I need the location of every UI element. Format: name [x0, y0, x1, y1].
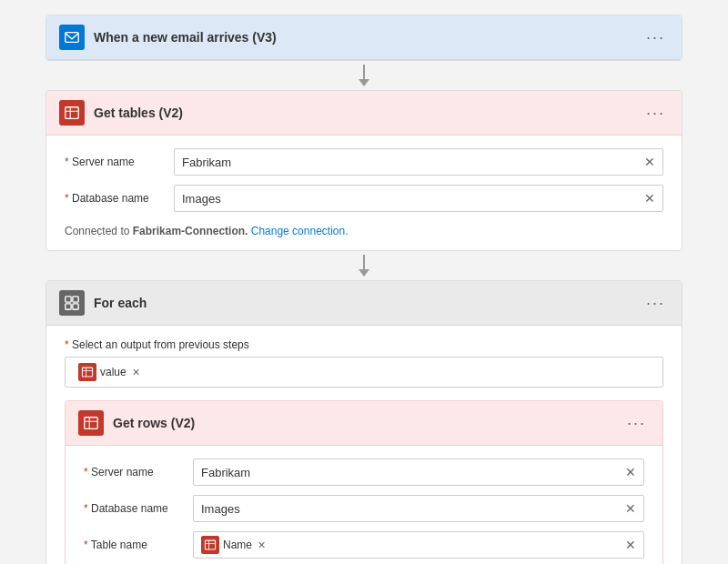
- get-rows-body: Server name Fabrikam ✕ Database name Ima…: [66, 446, 662, 564]
- database-name-label-1: Database name: [65, 192, 165, 205]
- select-output-label: Select an output from previous steps: [65, 338, 663, 351]
- svg-rect-1: [66, 107, 78, 119]
- arrow-1: [359, 61, 369, 90]
- table-token-text: Name: [223, 539, 252, 551]
- arrow-line-1: [363, 65, 365, 79]
- svg-rect-11: [85, 418, 97, 429]
- database-name-label-2: Database name: [84, 502, 184, 515]
- foreach-loop-icon: [64, 295, 80, 311]
- foreach-title: For each: [94, 296, 633, 310]
- server-name-input-1[interactable]: Fabrikam ✕: [174, 148, 663, 176]
- database-name-clear-2[interactable]: ✕: [625, 501, 636, 516]
- database-name-input-2[interactable]: Images ✕: [193, 495, 644, 522]
- foreach-card: For each ··· Select an output from previ…: [46, 280, 682, 564]
- server-name-row-1: Server name Fabrikam ✕: [65, 148, 663, 176]
- email-icon: [64, 29, 80, 45]
- trigger-card: When a new email arrives (V3) ···: [46, 15, 682, 61]
- table-name-clear[interactable]: ✕: [625, 538, 636, 552]
- database-name-row-1: Database name Images ✕: [65, 185, 663, 212]
- svg-rect-8: [82, 368, 92, 377]
- server-name-value-2: Fabrikam: [201, 466, 622, 479]
- flow-container: When a new email arrives (V3) ··· Get ta…: [46, 15, 682, 564]
- connection-bold-1: Fabrikam-Connection.: [133, 225, 248, 237]
- connection-info-1: Connected to Fabrikam-Connection. Change…: [65, 221, 663, 237]
- get-rows-header: Get rows (V2) ···: [66, 401, 662, 446]
- svg-rect-6: [66, 304, 71, 309]
- table-token: Name ✕: [201, 536, 266, 554]
- table-token-close[interactable]: ✕: [258, 539, 266, 551]
- get-tables-icon: [59, 100, 85, 126]
- change-connection-link-1[interactable]: Change connection.: [251, 225, 349, 237]
- token-input[interactable]: value ✕: [65, 357, 663, 388]
- arrow-2: [359, 251, 369, 280]
- table-icon-2: [83, 415, 99, 431]
- table-name-label: Table name: [84, 539, 184, 551]
- trigger-menu[interactable]: ···: [642, 26, 669, 49]
- svg-rect-4: [66, 297, 71, 302]
- arrow-line-2: [363, 255, 365, 269]
- server-name-row-2: Server name Fabrikam ✕: [84, 458, 644, 486]
- get-rows-title: Get rows (V2): [113, 416, 614, 430]
- database-name-row-2: Database name Images ✕: [84, 495, 644, 522]
- foreach-icon: [59, 290, 85, 316]
- database-name-value-2: Images: [201, 502, 622, 516]
- server-name-clear-1[interactable]: ✕: [644, 155, 655, 169]
- server-name-value-1: Fabrikam: [182, 156, 641, 169]
- server-name-clear-2[interactable]: ✕: [625, 465, 636, 479]
- server-name-label-2: Server name: [84, 466, 184, 478]
- get-tables-title: Get tables (V2): [94, 106, 633, 120]
- get-rows-card: Get rows (V2) ··· Server name Fabrikam ✕: [65, 400, 663, 564]
- svg-rect-5: [73, 297, 78, 302]
- database-name-clear-1[interactable]: ✕: [644, 191, 655, 206]
- trigger-title: When a new email arrives (V3): [94, 30, 633, 45]
- get-tables-body: Server name Fabrikam ✕ Database name Ima…: [46, 136, 682, 250]
- foreach-header: For each ···: [46, 281, 682, 326]
- table-name-input[interactable]: Name ✕ ✕: [193, 531, 644, 559]
- svg-rect-14: [205, 540, 215, 549]
- foreach-menu[interactable]: ···: [642, 292, 669, 315]
- database-name-value-1: Images: [182, 192, 641, 206]
- table-token-icon: [201, 536, 219, 554]
- token-icon: [78, 363, 96, 381]
- get-tables-card: Get tables (V2) ··· Server name Fabrikam…: [46, 90, 682, 251]
- table-name-row: Table name Name: [84, 531, 644, 559]
- svg-rect-7: [73, 304, 78, 309]
- foreach-body: Select an output from previous steps val…: [46, 326, 682, 564]
- server-name-label-1: Server name: [65, 156, 165, 168]
- arrow-head-1: [359, 79, 369, 86]
- token-text: value: [100, 366, 126, 378]
- token-close[interactable]: ✕: [132, 367, 140, 378]
- connection-text-1: Connected to: [65, 225, 133, 237]
- get-tables-header: Get tables (V2) ···: [46, 91, 682, 136]
- get-rows-icon: [78, 410, 104, 436]
- arrow-head-2: [359, 269, 369, 277]
- token-table-icon: [81, 366, 94, 378]
- server-name-input-2[interactable]: Fabrikam ✕: [193, 458, 644, 486]
- trigger-icon: [59, 25, 85, 50]
- database-name-input-1[interactable]: Images ✕: [174, 185, 663, 212]
- get-rows-menu[interactable]: ···: [623, 412, 650, 435]
- trigger-header: When a new email arrives (V3) ···: [46, 15, 682, 60]
- table-icon-1: [64, 105, 80, 121]
- value-token: value ✕: [73, 361, 146, 383]
- get-tables-menu[interactable]: ···: [642, 102, 669, 125]
- svg-rect-0: [66, 33, 78, 43]
- table-token-icon-svg: [204, 539, 217, 551]
